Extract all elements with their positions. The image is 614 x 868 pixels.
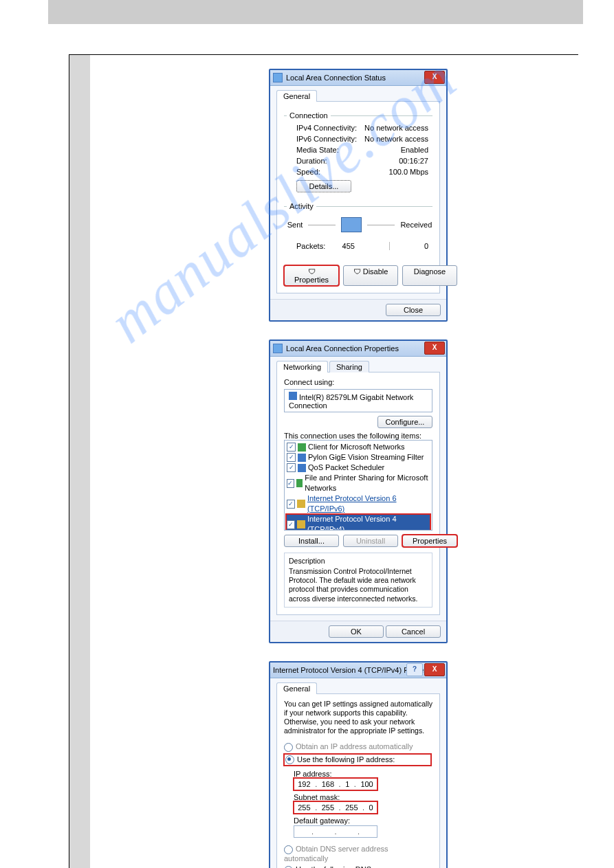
description-text: Transmission Control Protocol/Internet P…	[289, 567, 428, 603]
group-activity: Activity	[287, 202, 316, 210]
page-header-bar	[48, 0, 583, 24]
gateway-label: Default gateway:	[294, 816, 365, 825]
disable-button[interactable]: 🛡 Disable	[343, 265, 398, 286]
cancel-button[interactable]: Cancel	[386, 625, 441, 638]
radio-dns-auto-label: Obtain DNS server address automatically	[284, 845, 388, 863]
ipv6-value: No network access	[364, 135, 428, 143]
checkbox-icon[interactable]: ✓	[287, 463, 296, 472]
radio-dns-manual[interactable]	[284, 866, 293, 869]
checkbox-icon[interactable]: ✓	[287, 479, 294, 488]
page-frame: Local Area Connection Status X General C…	[69, 54, 578, 868]
packets-label: Packets:	[296, 242, 325, 250]
media-label: Media State:	[296, 146, 339, 154]
ipv4-value: No network access	[364, 124, 428, 132]
duration-label: Duration:	[296, 157, 327, 165]
ipv4-label: IPv4 Connectivity:	[296, 124, 357, 132]
install-button[interactable]: Install...	[284, 535, 339, 547]
description-box: Description Transmission Control Protoco…	[284, 553, 432, 608]
ok-button[interactable]: OK	[329, 625, 384, 638]
tab-general[interactable]: General	[276, 90, 317, 102]
service-icon	[298, 464, 306, 472]
checkbox-icon[interactable]: ✓	[287, 453, 296, 462]
duration-value: 00:16:27	[399, 157, 428, 165]
group-connection: Connection	[287, 111, 331, 120]
checkbox-icon[interactable]: ✓	[287, 520, 295, 529]
titlebar[interactable]: Local Area Connection Properties X	[270, 341, 446, 357]
titlebar[interactable]: Internet Protocol Version 4 (TCP/IPv4) P…	[270, 663, 446, 678]
monitor-icon	[341, 217, 362, 232]
media-value: Enabled	[401, 146, 428, 154]
adapter-icon	[289, 392, 297, 400]
client-icon	[298, 443, 306, 452]
list-item: ✓Client for Microsoft Networks	[286, 442, 430, 452]
radio-ip-manual[interactable]	[285, 755, 294, 764]
radio-ip-manual-label: Use the following IP address:	[297, 755, 395, 764]
properties-button[interactable]: Properties	[402, 535, 457, 547]
dialog-ipv4-properties: Internet Protocol Version 4 (TCP/IPv4) P…	[269, 661, 448, 868]
protocol-icon	[297, 500, 305, 508]
configure-button[interactable]: Configure...	[377, 416, 432, 428]
close-icon[interactable]: X	[424, 663, 445, 676]
packets-recv: 0	[424, 242, 428, 250]
list-item: ✓Pylon GigE Vision Streaming Filter	[286, 452, 430, 463]
ip-label: IP address:	[294, 770, 365, 778]
list-item: ✓File and Printer Sharing for Microsoft …	[286, 473, 430, 493]
subnet-mask-field[interactable]: 255.255.255.0	[294, 801, 377, 814]
properties-button[interactable]: 🛡 Properties	[284, 265, 339, 286]
ip-blurb: You can get IP settings assigned automat…	[284, 700, 432, 736]
adapter-field: Intel(R) 82579LM Gigabit Network Connect…	[284, 389, 432, 412]
titlebar[interactable]: Local Area Connection Status X	[270, 70, 446, 86]
radio-ip-auto-label: Obtain an IP address automatically	[296, 742, 413, 750]
close-button[interactable]: Close	[386, 304, 441, 316]
close-icon[interactable]: X	[424, 342, 445, 355]
gateway-field[interactable]: ...	[294, 825, 377, 838]
divider-line	[367, 225, 395, 225]
tab-networking[interactable]: Networking	[276, 361, 328, 372]
divider-line	[308, 225, 336, 225]
ip-address-field[interactable]: 192.168.1.100	[294, 778, 377, 790]
tab-sharing[interactable]: Sharing	[329, 361, 369, 372]
tab-general[interactable]: General	[276, 682, 317, 694]
checkbox-icon[interactable]: ✓	[287, 500, 295, 509]
details-button[interactable]: Details...	[296, 180, 351, 192]
list-item-ipv4[interactable]: ✓Internet Protocol Version 4 (TCP/IPv4)	[286, 514, 430, 531]
components-list[interactable]: ✓Client for Microsoft Networks ✓Pylon Gi…	[284, 440, 432, 531]
title-text: Local Area Connection Status	[286, 74, 386, 82]
service-icon	[298, 454, 306, 462]
left-strip	[69, 55, 90, 868]
uninstall-button: Uninstall	[343, 535, 398, 547]
description-heading: Description	[289, 557, 428, 566]
diagnose-button[interactable]: Diagnose	[402, 265, 457, 286]
adapter-name: Intel(R) 82579LM Gigabit Network Connect…	[289, 393, 413, 410]
dialog-connection-status: Local Area Connection Status X General C…	[269, 69, 448, 322]
list-item: ✓QoS Packet Scheduler	[286, 463, 430, 473]
items-label: This connection uses the following items…	[284, 432, 432, 440]
title-text: Local Area Connection Properties	[286, 344, 399, 353]
received-label: Received	[400, 221, 432, 229]
list-item: ✓Internet Protocol Version 6 (TCP/IPv6)	[286, 493, 430, 514]
radio-dns-manual-label: Use the following DNS server addresses:	[284, 865, 395, 868]
radio-dns-auto	[284, 845, 293, 854]
sent-label: Sent	[287, 221, 303, 229]
ipv6-label: IPv6 Connectivity:	[296, 135, 357, 143]
protocol-icon	[297, 520, 305, 528]
close-icon[interactable]: X	[424, 71, 445, 84]
network-icon	[273, 344, 283, 353]
radio-ip-auto[interactable]	[284, 743, 293, 752]
dialog-connection-properties: Local Area Connection Properties X Netwo…	[269, 340, 448, 643]
speed-label: Speed:	[296, 168, 320, 176]
connect-using-label: Connect using:	[284, 378, 432, 386]
packets-sent: 455	[342, 242, 355, 250]
network-icon	[273, 73, 283, 82]
help-icon[interactable]: ?	[406, 663, 423, 676]
subnet-label: Subnet mask:	[294, 793, 365, 801]
speed-value: 100.0 Mbps	[389, 168, 428, 176]
checkbox-icon[interactable]: ✓	[287, 443, 296, 452]
service-icon	[296, 479, 303, 487]
